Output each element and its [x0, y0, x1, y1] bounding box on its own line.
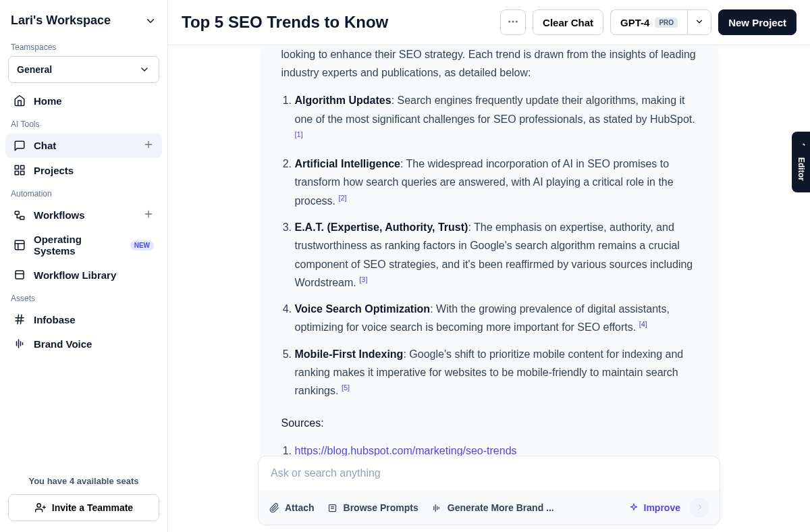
workflows-icon [14, 209, 26, 221]
attach-icon [268, 502, 280, 514]
page-title: Top 5 SEO Trends to Know [182, 13, 388, 32]
composer-toolbar: Attach Browse Prompts Generate More Bran… [259, 490, 720, 525]
assistant-message: looking to enhance their SEO strategy. E… [260, 45, 719, 518]
browse-prompts-label: Browse Prompts [344, 502, 418, 513]
nav-chat-label: Chat [34, 140, 56, 151]
model-selector[interactable]: GPT-4 PRO [610, 9, 687, 35]
source-link[interactable]: https://blog.hubspot.com/marketing/seo-t… [295, 445, 517, 456]
model-name: GPT-4 [620, 17, 649, 28]
brand-voice-icon [14, 338, 26, 350]
svg-rect-5 [15, 171, 18, 175]
composer-right: Improve [628, 498, 710, 518]
chevron-down-icon [144, 15, 157, 27]
teamspaces-label: Teamspaces [5, 36, 162, 56]
workspace-name: Lari's Workspace [11, 14, 111, 28]
svg-rect-7 [20, 216, 24, 219]
invite-label: Invite a Teammate [52, 502, 133, 513]
model-selector-group: GPT-4 PRO [610, 9, 711, 35]
nav-workflows-label: Workflows [34, 209, 85, 221]
citation-ref[interactable]: [3] [359, 275, 367, 284]
nav-infobase-label: Infobase [34, 314, 76, 325]
nav-os-label: Operating Systems [34, 234, 119, 257]
improve-button[interactable]: Improve [628, 502, 680, 514]
trend-title: Mobile-First Indexing [295, 348, 404, 360]
nav-brand-voice[interactable]: Brand Voice [5, 331, 162, 356]
svg-line-20 [21, 315, 22, 324]
citation-ref[interactable]: [4] [639, 320, 647, 328]
prompts-icon [327, 502, 339, 514]
editor-tab-label: Editor [796, 157, 806, 181]
nav-workflow-library[interactable]: Workflow Library [5, 263, 162, 287]
trend-item: E.A.T. (Expertise, Authority, Trust): Th… [295, 218, 697, 292]
header-actions: Clear Chat GPT-4 PRO New Project [500, 9, 796, 35]
workspace-selector[interactable]: Lari's Workspace [5, 11, 162, 36]
chat-icon [14, 140, 26, 152]
invite-icon [34, 502, 47, 514]
nav-home-label: Home [34, 95, 62, 107]
trend-item: Mobile-First Indexing: Google's shift to… [295, 345, 697, 400]
projects-icon [14, 164, 26, 176]
svg-point-30 [516, 21, 518, 22]
editor-tab[interactable]: Editor [792, 132, 810, 192]
citation-ref[interactable]: [2] [338, 194, 346, 202]
nav-brand-voice-label: Brand Voice [34, 338, 92, 350]
citation-ref[interactable]: [1] [295, 130, 303, 138]
plus-icon[interactable] [143, 139, 154, 152]
sources-heading: Sources: [281, 414, 697, 432]
browse-prompts-action[interactable]: Browse Prompts [327, 502, 418, 514]
composer-input[interactable] [259, 456, 720, 490]
generate-brand-label: Generate More Brand ... [448, 502, 554, 513]
svg-point-25 [37, 504, 40, 507]
brand-voice-icon [431, 502, 443, 514]
model-dropdown-toggle[interactable] [687, 9, 711, 35]
main: Top 5 SEO Trends to Know Clear Chat GPT-… [168, 0, 810, 532]
svg-rect-12 [15, 240, 24, 250]
nav-workflow-library-label: Workflow Library [34, 269, 116, 281]
header: Top 5 SEO Trends to Know Clear Chat GPT-… [168, 0, 810, 45]
nav-workflows[interactable]: Workflows [5, 203, 162, 228]
svg-point-29 [512, 21, 514, 22]
svg-point-28 [509, 21, 510, 22]
send-button[interactable] [690, 498, 710, 518]
teamspace-dropdown[interactable]: General [8, 56, 159, 83]
clear-chat-button[interactable]: Clear Chat [533, 9, 603, 35]
assets-label: Assets [5, 287, 162, 307]
attach-label: Attach [285, 502, 315, 513]
svg-rect-4 [21, 171, 24, 175]
model-badge: PRO [655, 18, 678, 28]
trend-list: Algorithm Updates: Search engines freque… [281, 91, 697, 400]
more-button[interactable] [500, 9, 526, 35]
svg-line-19 [18, 315, 19, 324]
library-icon [14, 269, 26, 281]
new-badge: NEW [130, 240, 154, 250]
nav-chat[interactable]: Chat [5, 133, 162, 158]
svg-rect-15 [16, 271, 24, 279]
new-project-button[interactable]: New Project [718, 9, 796, 35]
chevron-down-icon [695, 17, 704, 28]
automation-label: Automation [5, 182, 162, 203]
ai-tools-label: AI Tools [5, 113, 162, 133]
citation-ref[interactable]: [5] [342, 383, 350, 392]
attach-action[interactable]: Attach [268, 502, 315, 514]
plus-icon[interactable] [143, 209, 154, 221]
generate-brand-action[interactable]: Generate More Brand ... [431, 502, 554, 514]
sidebar: Lari's Workspace Teamspaces General Home… [0, 0, 168, 532]
nav-projects[interactable]: Projects [5, 158, 162, 182]
nav-infobase[interactable]: Infobase [5, 307, 162, 331]
operating-systems-icon [14, 239, 26, 251]
trend-item: Artificial Intelligence: The widespread … [295, 155, 697, 210]
home-icon [14, 95, 26, 107]
nav-operating-systems[interactable]: Operating Systems NEW [5, 228, 162, 263]
trend-title: Algorithm Updates [295, 95, 392, 106]
composer: Attach Browse Prompts Generate More Bran… [258, 456, 720, 525]
teamspace-selected: General [17, 64, 52, 75]
more-icon [507, 16, 519, 30]
infobase-icon [14, 313, 26, 325]
pencil-icon [797, 143, 805, 153]
message-intro: looking to enhance their SEO strategy. E… [281, 45, 697, 82]
invite-teammate-button[interactable]: Invite a Teammate [8, 494, 159, 521]
trend-item: Algorithm Updates: Search engines freque… [295, 91, 697, 147]
nav-home[interactable]: Home [5, 88, 162, 113]
trend-title: Voice Search Optimization [295, 303, 431, 315]
improve-label: Improve [644, 502, 680, 513]
